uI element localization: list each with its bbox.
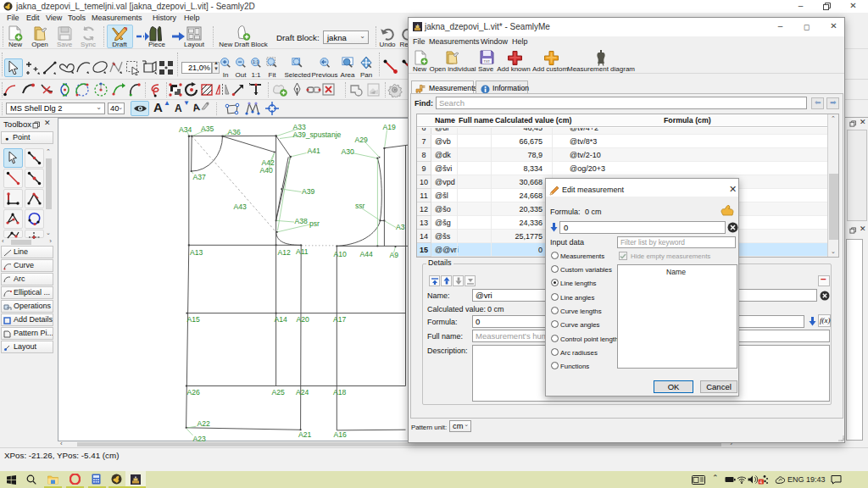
svg-text:A34: A34	[179, 125, 192, 134]
svg-text:A37: A37	[193, 173, 207, 181]
svg-text:A25: A25	[272, 388, 286, 396]
svg-text:A13: A13	[190, 248, 203, 257]
svg-text:A26: A26	[187, 388, 201, 396]
svg-text:A11: A11	[296, 247, 309, 256]
svg-text:A30: A30	[342, 147, 355, 156]
svg-text:A40: A40	[260, 166, 274, 175]
svg-text:A14: A14	[275, 315, 288, 324]
svg-text:A19: A19	[383, 123, 397, 131]
svg-text:A9: A9	[390, 251, 399, 259]
svg-text:A17: A17	[333, 315, 347, 324]
svg-text:A39_spustanje: A39_spustanje	[293, 130, 342, 139]
svg-text:TXT: TXT	[484, 59, 491, 64]
svg-text:A15: A15	[187, 315, 201, 324]
svg-text:psr: psr	[309, 219, 320, 228]
svg-text:A21: A21	[298, 430, 312, 439]
svg-text:A29: A29	[355, 136, 369, 144]
svg-text:A36: A36	[228, 128, 242, 136]
svg-text:A18: A18	[333, 388, 347, 396]
svg-text:A16: A16	[334, 430, 348, 439]
svg-text:A41: A41	[308, 147, 321, 155]
svg-text:A23: A23	[193, 435, 207, 442]
svg-text:1:1: 1:1	[253, 59, 259, 64]
svg-text:A10: A10	[334, 250, 348, 258]
svg-text:A12: A12	[278, 248, 292, 257]
svg-text:4: 4	[760, 480, 762, 485]
svg-text:A44: A44	[360, 250, 374, 258]
svg-text:A43: A43	[234, 202, 248, 211]
svg-text:A39: A39	[302, 187, 315, 196]
svg-text:A22: A22	[198, 419, 211, 428]
svg-text:A24: A24	[296, 388, 309, 396]
svg-text:A3: A3	[396, 223, 405, 231]
svg-text:A35: A35	[201, 125, 214, 133]
svg-text:A20: A20	[297, 315, 310, 324]
svg-text:ssr: ssr	[355, 202, 365, 210]
svg-text:A38: A38	[295, 217, 309, 225]
